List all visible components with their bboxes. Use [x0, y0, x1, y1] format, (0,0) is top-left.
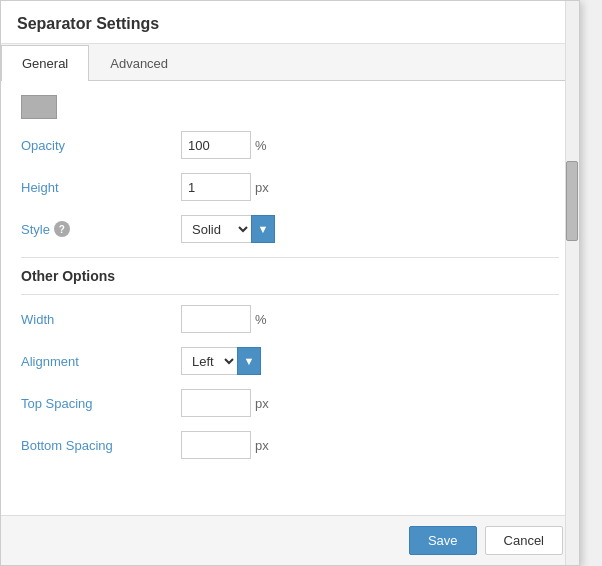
top-spacing-control: px — [181, 389, 269, 417]
top-spacing-label: Top Spacing — [21, 396, 181, 411]
tab-advanced[interactable]: Advanced — [89, 45, 189, 81]
dialog-footer: Save Cancel — [1, 515, 579, 565]
alignment-select[interactable]: Left Center Right — [181, 347, 237, 375]
alignment-label: Alignment — [21, 354, 181, 369]
style-select-wrap: Solid Dashed Dotted ▼ — [181, 215, 275, 243]
height-input[interactable] — [181, 173, 251, 201]
width-control: % — [181, 305, 267, 333]
cancel-button[interactable]: Cancel — [485, 526, 563, 555]
width-unit: % — [255, 312, 267, 327]
bottom-spacing-row: Bottom Spacing px — [21, 431, 559, 459]
separator-settings-dialog: Separator Settings General Advanced Opac… — [0, 0, 580, 566]
style-help-icon[interactable]: ? — [54, 221, 70, 237]
bottom-spacing-control: px — [181, 431, 269, 459]
alignment-dropdown-btn[interactable]: ▼ — [237, 347, 261, 375]
width-input[interactable] — [181, 305, 251, 333]
color-swatch-row — [21, 95, 559, 119]
top-spacing-unit: px — [255, 396, 269, 411]
alignment-row: Alignment Left Center Right ▼ — [21, 347, 559, 375]
tab-content-general: Opacity % Height px Style ? Solid — [1, 81, 579, 509]
alignment-select-wrap: Left Center Right ▼ — [181, 347, 261, 375]
other-options-title: Other Options — [21, 268, 559, 284]
save-button[interactable]: Save — [409, 526, 477, 555]
top-spacing-input[interactable] — [181, 389, 251, 417]
width-row: Width % — [21, 305, 559, 333]
bottom-spacing-input[interactable] — [181, 431, 251, 459]
opacity-label: Opacity — [21, 138, 181, 153]
style-row: Style ? Solid Dashed Dotted ▼ — [21, 215, 559, 243]
tab-general[interactable]: General — [1, 45, 89, 81]
scrollbar-thumb[interactable] — [566, 161, 578, 241]
style-select[interactable]: Solid Dashed Dotted — [181, 215, 251, 243]
height-control: px — [181, 173, 269, 201]
height-label: Height — [21, 180, 181, 195]
style-dropdown-btn[interactable]: ▼ — [251, 215, 275, 243]
opacity-control: % — [181, 131, 267, 159]
style-label: Style ? — [21, 221, 181, 237]
color-swatch[interactable] — [21, 95, 57, 119]
tab-bar: General Advanced — [1, 44, 579, 81]
divider-2 — [21, 294, 559, 295]
height-row: Height px — [21, 173, 559, 201]
bottom-spacing-label: Bottom Spacing — [21, 438, 181, 453]
divider-1 — [21, 257, 559, 258]
opacity-unit: % — [255, 138, 267, 153]
height-unit: px — [255, 180, 269, 195]
dialog-title: Separator Settings — [1, 1, 579, 44]
scrollbar-track[interactable] — [565, 1, 579, 565]
top-spacing-row: Top Spacing px — [21, 389, 559, 417]
bottom-spacing-unit: px — [255, 438, 269, 453]
opacity-row: Opacity % — [21, 131, 559, 159]
opacity-input[interactable] — [181, 131, 251, 159]
width-label: Width — [21, 312, 181, 327]
